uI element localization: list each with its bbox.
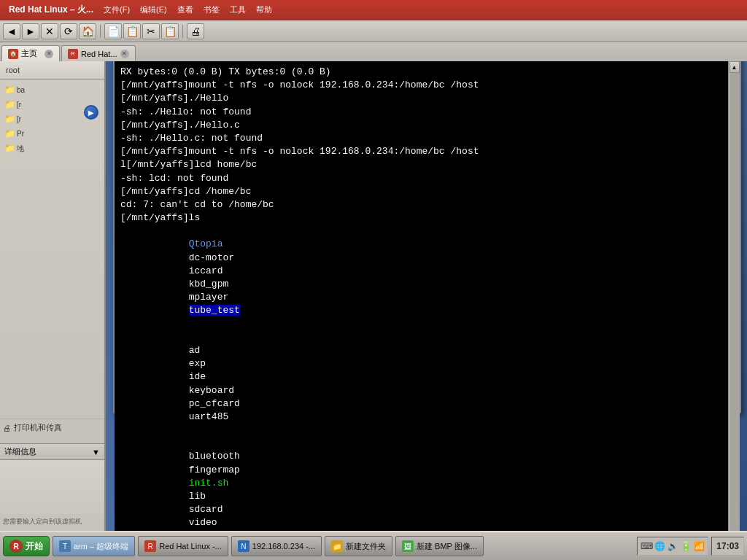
new-doc-button[interactable]: 📄 [104,23,122,39]
term-line-lcd-home: l[/mnt/yaffs]lcd home/bc [120,158,722,171]
term-hello-err1-text: -sh: ./Hello: not found [120,106,251,117]
cut-button[interactable]: ✂ [142,23,160,39]
term-line-hello1: [/mnt/yaffs]./Hello [120,92,722,105]
task-network-icon: N [238,540,249,552]
taskbar-right: ⌨ 🌐 🔊 🔋 📶 17:03 [637,537,744,556]
system-clock: 17:03 [711,537,744,556]
term-kbd-gpm: kbd_gpm [189,279,280,289]
menu-help[interactable]: 帮助 [252,3,276,17]
sidebar-item-ba-label: ba [17,85,25,96]
term-mount2-text: [/mnt/yaffs]mount -t nfs -o nolock 192.1… [120,146,479,157]
tray-signal-icon[interactable]: 📶 [693,540,705,552]
term-lib: lib [189,491,280,502]
task-redhat-label: Red Hat Linux -... [159,542,222,551]
toolbar-sep-2 [182,25,183,38]
terminal-window: arm - 超级终端 _ □ ✕ 文件(F) 编辑(E) 查看(V) 呼叫(C)… [113,6,741,414]
folder-icon-ba: 📁 [4,83,15,96]
term-tube-test: tube_test [189,305,240,316]
term-video: video [189,517,217,528]
copy-button[interactable]: 📋 [123,23,141,39]
menu-bookmarks[interactable]: 书签 [199,3,224,17]
home-button[interactable]: 🏠 [79,23,96,39]
term-uart485: uart485 [189,411,229,422]
print-button[interactable]: 🖨 [187,23,204,39]
term-helloc-text: [/mnt/yaffs]./Hello.c [120,120,240,131]
folder-icon-pr: 📁 [4,127,15,140]
term-ls-row2: ad exp ide keyboard pc_cfcard uart485 [120,331,722,438]
start-icon: R [9,540,23,553]
term-initsh: init.sh [189,478,280,489]
taskbar-task-network[interactable]: N 192.168.0.234 -... [231,536,322,556]
term-ls-text: [/mnt/yaffs]ls [120,212,200,223]
printer-icon: 🖨 [3,424,11,432]
tray-battery-icon[interactable]: 🔋 [680,540,692,552]
forward-button[interactable]: ► [22,23,39,39]
sidebar-item-r2-label: [r [17,114,21,125]
taskbar-task-image[interactable]: 🖼 新建 BMP 图像... [395,536,484,556]
top-menu-bar: 文件(F) 编辑(E) 查看 书签 工具 帮助 [99,3,276,17]
printer-item[interactable]: 🖨 打印机和传真 [0,419,104,436]
term-sdcard: sdcard [189,504,280,515]
scroll-track[interactable] [729,73,740,560]
term-ad: ad [189,345,280,356]
term-line-helloc: [/mnt/yaffs]./Hello.c [120,119,722,132]
term-helloc-err-text: -sh: ./Hello.c: not found [120,133,263,144]
taskbar-task-folder[interactable]: 📁 新建文件夹 [325,536,392,556]
term-line-rx: RX bytes:0 (0.0 B) TX bytes:0 (0.0 B) [120,66,722,79]
toolbar-sep-1 [100,25,101,38]
sidebar-footer-text: 您需要输入定向到该虚拟机 [3,518,82,525]
printer-label: 打印机和传真 [14,422,62,433]
start-button[interactable]: R 开始 [3,536,50,556]
tray-keyboard-icon[interactable]: ⌨ [640,540,652,552]
term-ls-row1: Qtopia dc-motor iccard kbd_gpm mplayer t… [120,225,722,331]
tab-redhat[interactable]: R Red Hat... ✕ [61,45,136,61]
menu-view[interactable]: 查看 [173,3,198,17]
sidebar-item-di[interactable]: 📁 地 [3,141,101,155]
task-folder-label: 新建文件夹 [346,541,386,552]
desktop: Red Hat Linux – 火... 文件(F) 编辑(E) 查看 书签 工… [0,0,747,560]
tray-network-icon[interactable]: 🌐 [654,540,665,552]
task-image-label: 新建 BMP 图像... [417,541,477,552]
tab-redhat-close[interactable]: ✕ [120,50,129,58]
back-button[interactable]: ◄ [3,23,20,39]
scroll-up-button[interactable]: ▲ [729,61,740,73]
menu-edit[interactable]: 编辑(E) [136,3,171,17]
task-network-label: 192.168.0.234 -... [252,542,315,551]
nav-circle-button[interactable]: ▶ [84,105,98,120]
stop-button[interactable]: ✕ [41,23,58,39]
term-line-hello-err1: -sh: ./Hello: not found [120,106,722,119]
refresh-button[interactable]: ⟳ [60,23,77,39]
menu-file[interactable]: 文件(F) [99,3,134,17]
tab-home[interactable]: 🏠 主页 ✕ [1,45,60,61]
info-panel-expand-icon[interactable]: ▼ [92,448,100,456]
term-bluetooth: bluetooth [189,451,280,462]
task-image-icon: 🖼 [402,540,414,552]
terminal-area[interactable]: RX bytes:0 (0.0 B) TX bytes:0 (0.0 B) [/… [115,61,740,560]
task-redhat-icon: R [144,540,156,552]
term-line-ls: [/mnt/yaffs]ls [120,211,722,225]
folder-icon-di: 📁 [4,141,15,155]
sidebar-root-label: root [3,64,101,76]
terminal-scrollbar[interactable]: ▲ ▼ [728,61,740,560]
paste-button[interactable]: 📋 [161,23,179,39]
tab-home-close[interactable]: ✕ [44,50,53,58]
sidebar-item-ba[interactable]: 📁 ba [3,82,101,97]
folder-icon-r1: 📁 [4,98,15,111]
term-qtopia: Qtopia [189,238,280,249]
terminal-content[interactable]: RX bytes:0 (0.0 B) TX bytes:0 (0.0 B) [/… [115,61,740,560]
term-line-mount2: [/mnt/yaffs]mount -t nfs -o nolock 192.1… [120,145,722,158]
tab-redhat-label: Red Hat... [81,50,117,58]
sidebar-item-r1-label: [r [17,99,21,110]
sidebar-item-pr[interactable]: 📁 Pr [3,126,101,141]
main-toolbar: ◄ ► ✕ ⟳ 🏠 📄 📋 ✂ 📋 🖨 [0,20,747,42]
tray-sound-icon[interactable]: 🔊 [667,540,678,552]
start-label: 开始 [26,540,43,553]
menu-tools[interactable]: 工具 [225,3,250,17]
term-lcd-home-text: l[/mnt/yaffs]lcd home/bc [120,159,257,170]
tab-home-label: 主页 [21,48,37,59]
taskbar-task-redhat[interactable]: R Red Hat Linux -... [138,536,228,556]
term-cd-text: [/mnt/yaffs]cd /home/bc [120,186,251,197]
tab-home-icon: 🏠 [8,49,18,59]
term-mount1-text: [/mnt/yaffs]mount -t nfs -o nolock 192.1… [120,79,479,90]
taskbar-task-terminal[interactable]: T arm – 超级终端 [53,536,135,556]
